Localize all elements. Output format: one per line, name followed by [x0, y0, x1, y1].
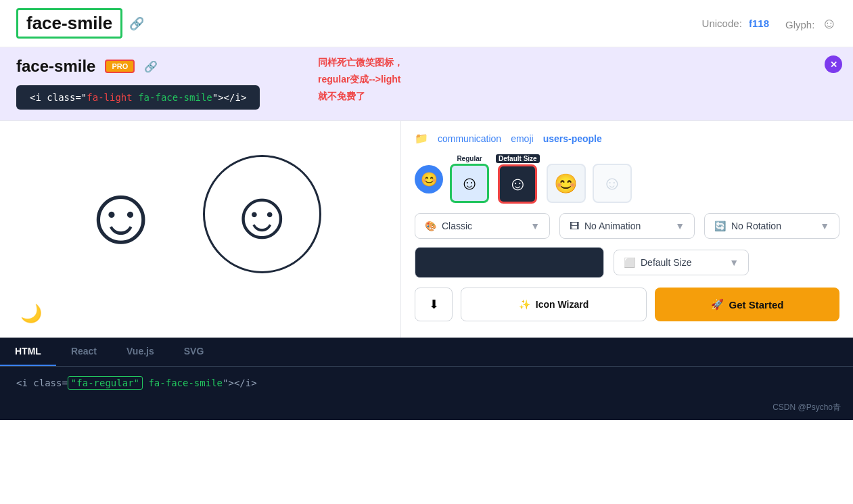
- glyph-icon: ☺: [822, 15, 837, 32]
- variant3-icon-box[interactable]: 😊: [547, 164, 586, 203]
- category-communication[interactable]: communication: [438, 133, 501, 144]
- variant4-icon-box[interactable]: ☺: [593, 164, 632, 203]
- style-variant-4[interactable]: - ☺: [593, 155, 632, 203]
- style-variants-row: 😊 Regular ☺ Default Size ☺ - 😊 -: [415, 154, 839, 204]
- size-dropdown-chevron: ▼: [729, 257, 739, 268]
- code-footer: CSDN @Psycho青: [0, 399, 853, 420]
- light-icon-box[interactable]: ☺: [498, 164, 537, 204]
- style-dropdown-chevron: ▼: [530, 221, 540, 231]
- code-class2: fa-face-smile: [133, 92, 212, 103]
- animation-dropdown[interactable]: 🎞 No Animation ▼: [559, 213, 695, 239]
- animation-dropdown-chevron: ▼: [675, 221, 685, 231]
- pro-badge: PRO: [105, 60, 135, 73]
- regular-label: Regular: [457, 155, 482, 162]
- tab-vuejs[interactable]: Vue.js: [112, 338, 169, 366]
- icon-wizard-button[interactable]: ✨ Icon Wizard: [461, 288, 647, 321]
- code-cls2: fa-face-smile: [143, 377, 223, 388]
- close-button[interactable]: ✕: [825, 55, 842, 73]
- code-snippet: <i class="fa-light fa-face-smile"></i>: [16, 85, 260, 110]
- title-box: face-smile: [16, 8, 122, 39]
- emoji-style-button[interactable]: 😊: [415, 165, 443, 193]
- get-started-button[interactable]: 🚀 Get Started: [655, 288, 839, 321]
- code-prefix: <i class=": [30, 92, 87, 103]
- code-tabs: HTML React Vue.js SVG: [0, 338, 853, 367]
- category-emoji[interactable]: emoji: [511, 133, 533, 144]
- subheader: face-smile PRO 🔗 同样死亡微笑图标， regular变成-->l…: [0, 47, 853, 85]
- code-end: "></i>: [223, 377, 257, 388]
- subheader-title: face-smile: [16, 57, 95, 76]
- header-meta: Unicode: f118 Glyph: ☺: [702, 15, 837, 32]
- controls-panel: 📁 communication emoji users-people 😊 Reg…: [401, 121, 853, 338]
- rotation-dropdown-icon: 🔄: [714, 221, 726, 231]
- rotation-dropdown-chevron: ▼: [820, 221, 829, 231]
- style-dropdown[interactable]: 🎨 Classic ▼: [415, 213, 550, 239]
- style-dropdown-label: Classic: [442, 221, 472, 231]
- glyph-label: Glyph: ☺: [785, 15, 837, 32]
- category-users-people[interactable]: users-people: [543, 133, 602, 144]
- get-started-label: Get Started: [729, 299, 784, 311]
- code-content: <i class="fa-regular" fa-face-smile"></i…: [0, 367, 853, 399]
- smile-medium: ☺: [79, 174, 162, 255]
- rocket-icon: 🚀: [711, 298, 724, 311]
- code-kw: <i class=: [16, 377, 68, 388]
- download-icon: ⬇: [429, 297, 439, 312]
- size-dropdown-icon: ⬜: [624, 257, 635, 268]
- code-panel: HTML React Vue.js SVG <i class="fa-regul…: [0, 338, 853, 420]
- unicode-value: f118: [749, 18, 769, 29]
- category-tags: 📁 communication emoji users-people: [415, 132, 839, 145]
- main-content: ☺ ☺ 🌙 📁 communication emoji users-people…: [0, 120, 853, 338]
- wizard-label: Icon Wizard: [536, 299, 589, 310]
- dropdowns-row-1: 🎨 Classic ▼ 🎞 No Animation ▼ 🔄 No Rotati…: [415, 213, 839, 239]
- preview-icons: ☺ ☺: [14, 135, 387, 307]
- regular-icon-box[interactable]: ☺: [450, 164, 489, 203]
- color-swatch[interactable]: [415, 247, 604, 278]
- size-dropdown[interactable]: ⬜ Default Size ▼: [614, 250, 749, 275]
- tab-html[interactable]: HTML: [0, 338, 56, 366]
- action-buttons-row: ⬇ ✨ Icon Wizard 🚀 Get Started: [415, 288, 839, 321]
- size-dropdown-label: Default Size: [641, 257, 691, 268]
- wizard-icon: ✨: [519, 299, 530, 310]
- style-variant-3[interactable]: - 😊: [547, 155, 586, 203]
- code-suffix: "></i>: [212, 92, 247, 103]
- dropdowns-row-2: ⬜ Default Size ▼: [415, 247, 839, 278]
- style-dropdown-icon: 🎨: [425, 221, 436, 231]
- annotation-text: 同样死亡微笑图标， regular变成-->light 就不免费了: [318, 54, 403, 106]
- folder-icon: 📁: [415, 132, 428, 145]
- animation-dropdown-icon: 🎞: [570, 221, 579, 231]
- header: face-smile 🔗 Unicode: f118 Glyph: ☺: [0, 0, 853, 47]
- preview-panel: ☺ ☺ 🌙: [0, 121, 401, 338]
- title-link-icon[interactable]: 🔗: [129, 16, 144, 31]
- code-snippet-bar: <i class="fa-light fa-face-smile"></i>: [0, 85, 853, 120]
- smile-large: ☺: [203, 155, 321, 273]
- code-cls1: "fa-regular": [68, 376, 143, 390]
- tab-svg[interactable]: SVG: [169, 338, 219, 366]
- rotation-dropdown[interactable]: 🔄 No Rotation ▼: [704, 213, 839, 239]
- rotation-dropdown-label: No Rotation: [731, 221, 781, 231]
- annotation-box: 同样死亡微笑图标， regular变成-->light 就不免费了: [318, 54, 403, 106]
- code-class1: fa-light: [87, 92, 132, 103]
- subheader-link-icon[interactable]: 🔗: [144, 60, 158, 73]
- light-label: Default Size: [496, 154, 540, 163]
- moon-icon[interactable]: 🌙: [20, 303, 42, 324]
- page-title: face-smile: [26, 13, 112, 33]
- animation-dropdown-label: No Animation: [584, 221, 641, 231]
- style-variant-light[interactable]: Default Size ☺: [496, 154, 540, 204]
- tab-react[interactable]: React: [56, 338, 112, 366]
- download-button[interactable]: ⬇: [415, 288, 453, 321]
- header-title-group: face-smile 🔗: [16, 8, 144, 39]
- style-variant-regular[interactable]: Regular ☺: [450, 155, 489, 203]
- unicode-label: Unicode: f118: [702, 18, 769, 29]
